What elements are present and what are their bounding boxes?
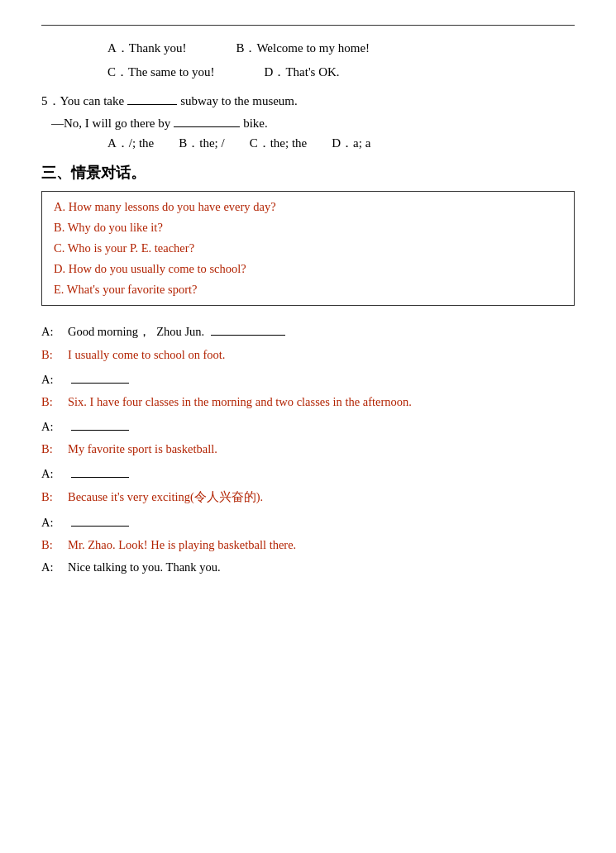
q5-suffix1: subway to the museum. [180,94,298,108]
q5-blank2 [174,114,240,127]
q5-opt-d: D．a; a [332,136,370,151]
dialogue-line-7: A: [41,465,575,481]
speaker-a5: A: [41,516,64,530]
dialogue-line-11: A: Nice talking to you. Thank you. [41,560,575,574]
question-5-block: 5．You can take subway to the museum. —No… [41,92,575,151]
options-box: A. How many lessons do you have every da… [41,191,575,306]
dialogue-line-3: A: [41,370,575,387]
q5-opt-b: B．the; / [179,136,224,151]
speaker-b5: B: [41,538,64,552]
box-item-a: A. How many lessons do you have every da… [54,200,562,214]
speaker-a3: A: [41,420,64,434]
top-divider [41,25,575,26]
option-d-ok: D．That's OK. [265,64,340,80]
dialogue-b4-text: Because it's very exciting(令人兴奋的). [68,489,263,505]
dialogue-a3-blank [71,417,129,431]
q5-prefix2: —No, I will go there by [51,117,170,131]
option-a-thank-you: A．Thank you! [107,41,186,56]
dialogue-a4-blank [71,465,129,478]
dialogue-block: A: Good morning， Zhou Jun. B: I usually … [41,322,575,574]
dialogue-line-1: A: Good morning， Zhou Jun. [41,322,575,340]
dialogue-line-6: B: My favorite sport is basketball. [41,442,575,456]
q5-options: A．/; the B．the; / C．the; the D．a; a [41,136,575,151]
dialogue-a1-text: Good morning， Zhou Jun. [68,324,204,340]
dialogue-line-2: B: I usually come to school on foot. [41,348,575,362]
speaker-b4: B: [41,490,64,504]
speaker-a6: A: [41,560,64,574]
dialogue-a1-blank [211,322,285,336]
box-item-d: D. How do you usually come to school? [54,262,562,276]
q5-opt-a: A．/; the [107,136,154,151]
box-item-c: C. Who is your P. E. teacher? [54,241,562,255]
dialogue-a5-blank [71,513,129,527]
dialogue-b2-text: Six. I have four classes in the morning … [68,395,412,409]
option-b-welcome: B．Welcome to my home! [236,41,370,56]
q5-blank1 [127,92,177,105]
dialogue-line-4: B: Six. I have four classes in the morni… [41,395,575,409]
answer-options-row2: C．The same to you! D．That's OK. [41,64,575,80]
speaker-b1: B: [41,348,64,362]
q5-suffix2: bike. [243,117,268,131]
answer-options-row1: A．Thank you! B．Welcome to my home! [41,41,575,56]
dialogue-a2-blank [71,370,129,384]
dialogue-b1-text: I usually come to school on foot. [68,348,225,362]
dialogue-a6-text: Nice talking to you. Thank you. [68,560,221,574]
dialogue-b5-text: Mr. Zhao. Look! He is playing basketball… [68,538,296,552]
q5-line1: 5．You can take subway to the museum. [41,92,575,109]
dialogue-line-8: B: Because it's very exciting(令人兴奋的). [41,489,575,505]
speaker-b3: B: [41,442,64,456]
speaker-a4: A: [41,467,64,481]
box-item-e: E. What's your favorite sport? [54,283,562,297]
q5-prefix1: 5．You can take [41,93,124,109]
box-item-b: B. Why do you like it? [54,221,562,235]
speaker-b2: B: [41,395,64,409]
speaker-a2: A: [41,373,64,387]
dialogue-line-9: A: [41,513,575,530]
dialogue-b3-text: My favorite sport is basketball. [68,442,217,456]
dialogue-line-5: A: [41,417,575,434]
q5-line2: —No, I will go there by bike. [41,114,575,131]
dialogue-line-10: B: Mr. Zhao. Look! He is playing basketb… [41,538,575,552]
speaker-a1: A: [41,325,64,339]
section-3-header: 三、情景对话。 [41,163,575,183]
option-c-same: C．The same to you! [107,64,215,80]
q5-opt-c: C．the; the [250,136,308,151]
